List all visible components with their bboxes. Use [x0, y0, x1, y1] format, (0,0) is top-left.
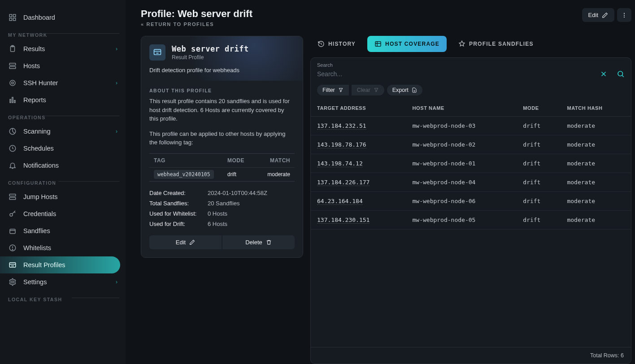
sidebar-item-label: Jump Hosts: [23, 193, 58, 200]
about-paragraph: This profile can be applied to other hos…: [149, 130, 295, 147]
search-input[interactable]: [317, 69, 595, 79]
cell-address[interactable]: 137.184.230.151: [311, 211, 406, 230]
sidebar-item-dashboard[interactable]: Dashboard: [0, 9, 126, 26]
section-label: CONFIGURATION: [0, 174, 126, 188]
profile-delete-button[interactable]: Delete: [222, 235, 295, 249]
button-label: Edit: [176, 239, 186, 246]
back-link[interactable]: RETURN TO PROFILES: [141, 22, 252, 27]
table-row[interactable]: 64.23.164.184mw-webprod-node-06driftmode…: [311, 192, 631, 211]
tab-host-coverage[interactable]: HOST COVERAGE: [367, 36, 447, 52]
cell-mode: drift: [517, 117, 561, 135]
sidebar-item-whitelists[interactable]: Whitelists: [0, 239, 126, 256]
sidebar-item-hosts[interactable]: Hosts: [0, 57, 126, 74]
sidebar-item-settings[interactable]: Settings›: [0, 273, 126, 290]
export-button[interactable]: Export: [387, 85, 422, 95]
svg-point-21: [12, 249, 13, 250]
cell-address[interactable]: 64.23.164.184: [311, 192, 406, 211]
sidebar-item-schedules[interactable]: Schedules: [0, 140, 126, 157]
table-row[interactable]: 137.184.230.151mw-webprod-node-05driftmo…: [311, 211, 631, 230]
sidebar: DashboardMY NETWORKResults›HostsSSH Hunt…: [0, 0, 126, 364]
pencil-icon: [602, 12, 608, 18]
svg-rect-32: [375, 42, 381, 47]
cell-address[interactable]: 137.184.226.177: [311, 173, 406, 192]
col-header[interactable]: MATCH HASH: [561, 100, 631, 117]
svg-line-38: [622, 75, 624, 77]
sidebar-item-label: Reports: [23, 96, 46, 104]
sidebar-item-jump-hosts[interactable]: Jump Hosts: [0, 188, 126, 205]
clear-button[interactable]: Clear: [352, 85, 384, 95]
col-header: MODE: [227, 157, 254, 164]
svg-rect-0: [9, 14, 12, 17]
gear-icon: [8, 277, 17, 286]
sidebar-item-reports[interactable]: Reports: [0, 91, 126, 108]
history-icon: [318, 40, 325, 48]
right-panel: HISTORYHOST COVERAGEPROFILE SANDFLIES Se…: [310, 36, 631, 364]
button-label: Export: [392, 87, 409, 93]
cell-match: moderate: [561, 154, 631, 173]
tab-profile-sandflies[interactable]: PROFILE SANDFLIES: [451, 36, 541, 52]
meta-value: 0 Hosts: [208, 210, 227, 217]
button-label: Clear: [357, 87, 370, 93]
coverage-table-panel: Search Filter: [310, 57, 631, 364]
sidebar-item-label: Results: [23, 45, 45, 52]
svg-rect-2: [9, 18, 12, 21]
sidebar-item-label: SSH Hunter: [23, 79, 58, 87]
cell-hostname: mw-webprod-node-05: [406, 211, 517, 230]
sidebar-item-label: Notifications: [23, 162, 59, 169]
filter-button[interactable]: Filter: [317, 85, 349, 95]
svg-rect-18: [10, 229, 15, 234]
col-header[interactable]: HOST NAME: [406, 100, 517, 117]
svg-rect-10: [10, 100, 11, 103]
radar-icon: [8, 127, 17, 136]
sidebar-item-label: Dashboard: [23, 14, 55, 21]
sidebar-item-notifications[interactable]: Notifications: [0, 157, 126, 174]
svg-rect-22: [9, 263, 16, 268]
meta-key: Total Sandflies:: [149, 200, 208, 207]
profile-edit-button[interactable]: Edit: [149, 235, 222, 249]
cell-match: moderate: [561, 211, 631, 230]
tag-chip[interactable]: webhead_v20240105: [154, 170, 214, 179]
close-icon[interactable]: [600, 70, 608, 78]
cell-match: moderate: [561, 173, 631, 192]
col-header[interactable]: MODE: [517, 100, 561, 117]
meta-value: 2024-01-10T00:44:58Z: [208, 190, 267, 196]
package-icon: [8, 226, 17, 235]
meta-row: Date Created:2024-01-10T00:44:58Z: [149, 190, 295, 196]
cell-hostname: mw-webprod-node-01: [406, 154, 517, 173]
table-row[interactable]: 143.198.74.12mw-webprod-node-01driftmode…: [311, 154, 631, 173]
more-menu-button[interactable]: [617, 8, 631, 22]
cell-address[interactable]: 137.184.232.51: [311, 117, 406, 135]
search-icon[interactable]: [617, 70, 625, 78]
sidebar-item-result-profiles[interactable]: Result Profiles: [0, 256, 120, 273]
col-header[interactable]: TARGET ADDRESS: [311, 100, 406, 117]
cell-hostname: mw-webprod-node-04: [406, 173, 517, 192]
svg-rect-16: [9, 198, 16, 200]
tab-history[interactable]: HISTORY: [310, 36, 363, 52]
tab-label: HISTORY: [328, 41, 356, 47]
about-heading: ABOUT THIS PROFILE: [149, 88, 295, 93]
svg-point-26: [624, 13, 625, 13]
sidebar-item-results[interactable]: Results›: [0, 40, 126, 57]
edit-button[interactable]: Edit: [582, 8, 614, 22]
table-footer: Total Rows: 6: [311, 347, 631, 364]
sidebar-item-ssh-hunter[interactable]: SSH Hunter›: [0, 74, 126, 91]
chevron-right-icon: ›: [116, 128, 117, 134]
sidebar-item-sandflies[interactable]: Sandflies: [0, 222, 126, 239]
svg-rect-3: [13, 18, 16, 21]
cell-mode: drift: [517, 154, 561, 173]
table-row[interactable]: 137.184.226.177mw-webprod-node-04driftmo…: [311, 173, 631, 192]
svg-rect-6: [9, 63, 16, 65]
profile-card: Web server drift Result Profile Drift de…: [141, 36, 303, 258]
cell-address[interactable]: 143.198.78.176: [311, 135, 406, 154]
cell-match: moderate: [561, 117, 631, 135]
cell-address[interactable]: 143.198.74.12: [311, 154, 406, 173]
sidebar-item-label: Whitelists: [23, 244, 51, 251]
profile-icon: [149, 44, 165, 61]
sandfly-icon: [458, 40, 465, 48]
sidebar-item-scanning[interactable]: Scanning›: [0, 123, 126, 140]
table-row[interactable]: 137.184.232.51mw-webprod-node-03driftmod…: [311, 117, 631, 135]
tab-label: HOST COVERAGE: [385, 41, 439, 47]
sidebar-item-credentials[interactable]: Credentials: [0, 205, 126, 222]
table-row[interactable]: 143.198.78.176mw-webprod-node-02driftmod…: [311, 135, 631, 154]
meta-key: Date Created:: [149, 190, 208, 196]
